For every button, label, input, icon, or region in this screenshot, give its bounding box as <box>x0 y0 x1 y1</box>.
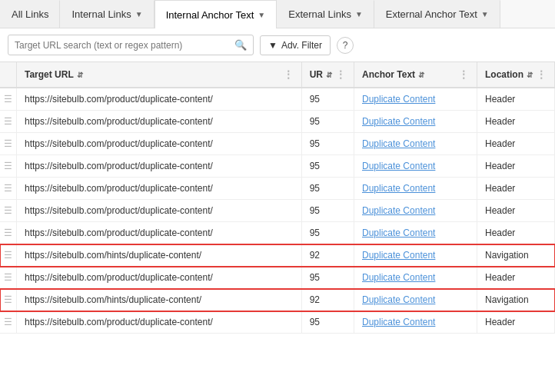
row-expand-icon[interactable]: ☰ <box>4 250 12 261</box>
row-url[interactable]: https://sitebulb.com/product/duplicate-c… <box>17 155 302 178</box>
row-url[interactable]: https://sitebulb.com/hints/duplicate-con… <box>17 289 302 311</box>
data-table: Target URL ⇵ ⋮ UR ⇵ ⋮ Anchor Text ⇵ ⋮ Lo… <box>0 62 555 334</box>
sort-icon-targetUrl[interactable]: ⇵ <box>77 71 83 79</box>
row-icon-cell[interactable]: ☰ <box>0 311 17 334</box>
row-icon-cell[interactable]: ☰ <box>0 200 17 222</box>
sort-icon-anchorText[interactable]: ⇵ <box>418 71 424 79</box>
row-icon-cell[interactable]: ☰ <box>0 267 17 289</box>
row-url[interactable]: https://sitebulb.com/product/duplicate-c… <box>17 178 302 200</box>
anchor-text-link[interactable]: Duplicate Content <box>362 250 435 261</box>
location-value: Header <box>485 317 515 327</box>
row-icon-cell[interactable]: ☰ <box>0 111 17 133</box>
help-button[interactable]: ? <box>337 37 354 54</box>
row-expand-icon[interactable]: ☰ <box>4 317 12 327</box>
row-ur: 95 <box>301 311 354 334</box>
url-link[interactable]: https://sitebulb.com/product/duplicate-c… <box>25 205 213 216</box>
location-value: Header <box>485 138 515 149</box>
row-anchor-text[interactable]: Duplicate Content <box>354 222 477 244</box>
tab-internal-anchor-text[interactable]: Internal Anchor Text▼ <box>155 0 278 28</box>
row-expand-icon[interactable]: ☰ <box>4 205 12 216</box>
row-anchor-text[interactable]: Duplicate Content <box>354 111 477 133</box>
url-link[interactable]: https://sitebulb.com/product/duplicate-c… <box>25 317 213 327</box>
row-expand-icon[interactable]: ☰ <box>4 161 12 171</box>
table-row: ☰https://sitebulb.com/product/duplicate-… <box>0 155 555 178</box>
row-anchor-text[interactable]: Duplicate Content <box>354 289 477 311</box>
url-link[interactable]: https://sitebulb.com/hints/duplicate-con… <box>25 294 201 305</box>
location-value: Navigation <box>485 294 529 305</box>
row-ur: 92 <box>301 244 354 267</box>
row-icon-cell[interactable]: ☰ <box>0 155 17 178</box>
row-anchor-text[interactable]: Duplicate Content <box>354 155 477 178</box>
row-anchor-text[interactable]: Duplicate Content <box>354 88 477 111</box>
row-expand-icon[interactable]: ☰ <box>4 228 12 238</box>
row-anchor-text[interactable]: Duplicate Content <box>354 178 477 200</box>
col-header-location[interactable]: Location ⇵ ⋮ <box>477 62 555 88</box>
col-label-location: Location <box>485 69 523 80</box>
search-input[interactable] <box>15 40 231 51</box>
row-url[interactable]: https://sitebulb.com/product/duplicate-c… <box>17 88 302 111</box>
url-link[interactable]: https://sitebulb.com/product/duplicate-c… <box>25 183 213 194</box>
ur-value: 95 <box>310 317 320 327</box>
url-link[interactable]: https://sitebulb.com/product/duplicate-c… <box>25 161 213 171</box>
search-input-wrap[interactable]: 🔍 <box>8 35 254 55</box>
col-menu-icon-anchorText[interactable]: ⋮ <box>458 68 469 81</box>
row-url[interactable]: https://sitebulb.com/product/duplicate-c… <box>17 200 302 222</box>
url-link[interactable]: https://sitebulb.com/product/duplicate-c… <box>25 94 213 105</box>
row-icon-cell[interactable]: ☰ <box>0 88 17 111</box>
row-icon-cell[interactable]: ☰ <box>0 178 17 200</box>
anchor-text-link[interactable]: Duplicate Content <box>362 138 435 149</box>
anchor-text-link[interactable]: Duplicate Content <box>362 205 435 216</box>
row-url[interactable]: https://sitebulb.com/product/duplicate-c… <box>17 133 302 155</box>
anchor-text-link[interactable]: Duplicate Content <box>362 183 435 194</box>
row-expand-icon[interactable]: ☰ <box>4 116 12 127</box>
row-expand-icon[interactable]: ☰ <box>4 94 12 105</box>
anchor-text-link[interactable]: Duplicate Content <box>362 317 435 327</box>
sort-icon-ur[interactable]: ⇵ <box>326 71 332 79</box>
table-row: ☰https://sitebulb.com/product/duplicate-… <box>0 111 555 133</box>
col-header-targetUrl[interactable]: Target URL ⇵ ⋮ <box>17 62 302 88</box>
col-menu-icon-ur[interactable]: ⋮ <box>335 68 346 81</box>
row-expand-icon[interactable]: ☰ <box>4 294 12 305</box>
ur-value: 92 <box>310 250 320 261</box>
url-link[interactable]: https://sitebulb.com/product/duplicate-c… <box>25 116 213 127</box>
col-menu-icon-location[interactable]: ⋮ <box>536 68 547 81</box>
row-anchor-text[interactable]: Duplicate Content <box>354 311 477 334</box>
anchor-text-link[interactable]: Duplicate Content <box>362 94 435 105</box>
row-url[interactable]: https://sitebulb.com/product/duplicate-c… <box>17 267 302 289</box>
row-anchor-text[interactable]: Duplicate Content <box>354 244 477 267</box>
row-expand-icon[interactable]: ☰ <box>4 272 12 283</box>
tab-all-links[interactable]: All Links <box>0 0 60 28</box>
row-url[interactable]: https://sitebulb.com/hints/duplicate-con… <box>17 244 302 267</box>
tab-external-anchor-text[interactable]: External Anchor Text▼ <box>374 0 500 28</box>
row-url[interactable]: https://sitebulb.com/product/duplicate-c… <box>17 222 302 244</box>
col-header-ur[interactable]: UR ⇵ ⋮ <box>301 62 354 88</box>
adv-filter-button[interactable]: ▼ Adv. Filter <box>260 35 331 55</box>
row-anchor-text[interactable]: Duplicate Content <box>354 200 477 222</box>
row-icon-cell[interactable]: ☰ <box>0 244 17 267</box>
row-url[interactable]: https://sitebulb.com/product/duplicate-c… <box>17 111 302 133</box>
url-link[interactable]: https://sitebulb.com/product/duplicate-c… <box>25 272 213 283</box>
row-anchor-text[interactable]: Duplicate Content <box>354 133 477 155</box>
col-header-anchorText[interactable]: Anchor Text ⇵ ⋮ <box>354 62 477 88</box>
tab-internal-links[interactable]: Internal Links▼ <box>60 0 154 28</box>
anchor-text-link[interactable]: Duplicate Content <box>362 228 435 238</box>
url-link[interactable]: https://sitebulb.com/hints/duplicate-con… <box>25 250 201 261</box>
url-link[interactable]: https://sitebulb.com/product/duplicate-c… <box>25 228 213 238</box>
url-link[interactable]: https://sitebulb.com/product/duplicate-c… <box>25 138 213 149</box>
anchor-text-link[interactable]: Duplicate Content <box>362 294 435 305</box>
row-icon-cell[interactable]: ☰ <box>0 289 17 311</box>
row-location: Header <box>477 267 555 289</box>
row-icon-cell[interactable]: ☰ <box>0 222 17 244</box>
col-menu-icon-targetUrl[interactable]: ⋮ <box>283 68 294 81</box>
anchor-text-link[interactable]: Duplicate Content <box>362 161 435 171</box>
row-anchor-text[interactable]: Duplicate Content <box>354 267 477 289</box>
anchor-text-link[interactable]: Duplicate Content <box>362 272 435 283</box>
sort-icon-location[interactable]: ⇵ <box>527 71 533 79</box>
anchor-text-link[interactable]: Duplicate Content <box>362 116 435 127</box>
row-icon-cell[interactable]: ☰ <box>0 133 17 155</box>
row-expand-icon[interactable]: ☰ <box>4 183 12 194</box>
ur-value: 92 <box>310 294 320 305</box>
row-expand-icon[interactable]: ☰ <box>4 138 12 149</box>
tab-external-links[interactable]: External Links▼ <box>277 0 374 28</box>
row-url[interactable]: https://sitebulb.com/product/duplicate-c… <box>17 311 302 334</box>
